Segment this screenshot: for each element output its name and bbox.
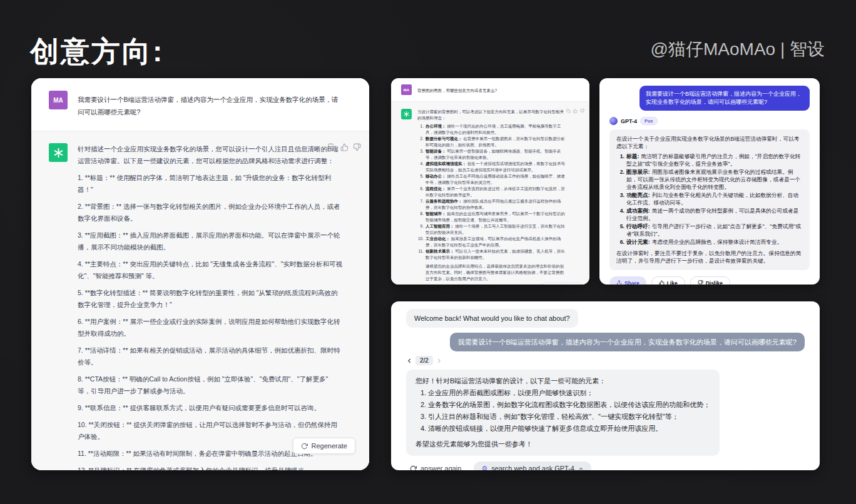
list-item: 3. 功能亮点:列出与业务数字化相关的几个关键功能，比如数据分析、自动化工作流、… xyxy=(616,191,803,206)
list-item: 3. **应用截图：** 插入应用的界面截图，展示应用的界面和功能。可以在弹窗中… xyxy=(78,229,343,253)
user-message: 我需要设计一个B端运营活动弹窗，描述内容为一个企业应用，实现业务数字化的场景，请… xyxy=(78,91,343,118)
assistant-message: 当设计弹窗的背景图时，可以考虑以下创意方向和元素，以展示与数字化转型相关的场景和… xyxy=(417,109,565,282)
list-item: 5. 移动办公： 描绘员工在不同地点使用移动设备工作的场景，如在咖啡厅、旅途中等… xyxy=(417,173,565,186)
user-message-bubble: 我需要设计一个B端运营活动弹窗，描述内容为一个企业应用，实现业务数字化的场景，请… xyxy=(450,333,805,351)
list-item: 8. 智能城市： 如果您的企业应用与城市发展有关，可以展示一个数字化转型后的智能… xyxy=(417,211,565,223)
list-item: 7. 云服务和远程协作： 描绘团队成员在不同地点通过云服务进行远程协作的场景，突… xyxy=(417,198,565,211)
thumbs-up-icon[interactable] xyxy=(340,143,349,151)
thumbs-down-icon xyxy=(698,280,703,285)
chevron-left-icon[interactable] xyxy=(406,358,412,364)
gear-icon: ⚙ xyxy=(481,465,487,471)
chatgpt-logo-icon xyxy=(49,143,68,162)
list-item: 3. 引人注目的标题和短语，例如"数字化管理，轻松高效"、"一键实现数字化转型"… xyxy=(420,411,710,422)
list-item: 2. **背景图：** 选择一张与数字化转型相关的图片，例如企业办公环境中工作的… xyxy=(78,201,343,224)
chevron-up-icon xyxy=(578,466,584,471)
copy-icon[interactable] xyxy=(328,143,336,151)
assistant-list: 1. 企业应用的界面截图或图标，以便用户能够快速识别；2. 业务数字化的场景图，… xyxy=(415,388,710,434)
chevron-right-icon[interactable] xyxy=(436,358,442,364)
thumbs-up-icon[interactable] xyxy=(573,109,578,113)
message-actions xyxy=(566,109,584,113)
pagination-counter: 2/2 xyxy=(415,356,433,365)
assistant-closing: 请根据您的企业品牌和应用特点，选择最能传达您想要表达的理念和价值的创意方向和元素… xyxy=(417,263,565,282)
refresh-icon xyxy=(301,443,308,450)
assistant-list: 1. 办公环境： 描绘一个现代化的办公环境，员工使用电脑、平板电脑等数字工具，强… xyxy=(417,123,565,261)
message-actions: Share Like Dislike xyxy=(609,276,810,285)
assistant-intro: 在设计一个关于企业应用实现业务数字化场景的B端运营活动弹窗时，可以考虑以下元素： xyxy=(616,135,803,150)
refresh-icon xyxy=(410,465,417,471)
list-item: 2. 图形展示:用图形或者图像来直观地展示业务数字化的过程或结果。例如，可以画一… xyxy=(616,168,803,191)
dislike-button[interactable]: Dislike xyxy=(690,276,730,285)
list-item: 2. 数据分析与可视化： 在背景中展示一组数据图表，突出数字化转型后数据分析和可… xyxy=(417,136,565,148)
like-label: Like xyxy=(667,280,678,285)
assistant-closing: 在设计弹窗时，要注意不要过于复杂，以免分散用户的注意力。保持信息的简洁明了，并引… xyxy=(616,249,803,265)
like-button[interactable]: Like xyxy=(651,276,685,285)
share-button[interactable]: Share xyxy=(609,276,646,285)
author-credit: @猫仔MAoMAo | 智设 xyxy=(651,38,825,61)
list-item: 6. 设计元素:考虑使用企业的品牌颜色，保持整体设计简洁而专业。 xyxy=(616,238,803,246)
share-label: Share xyxy=(624,280,639,285)
page-title: 创意方向: xyxy=(30,33,164,71)
model-name: GPT-4 xyxy=(621,118,637,124)
chat-conversation-bottom: Welcome back! What would you like to cha… xyxy=(391,301,820,470)
list-item: 4. 成功案例:简述一两个成功的数字化转型案例，可以是具体的公司或者是行业范例。 xyxy=(616,207,803,222)
thumbs-up-icon xyxy=(659,280,665,285)
user-message-bubble: 我需要设计一个B端运营活动弹窗，描述内容为一个企业应用，实现业务数字化的场景，请… xyxy=(639,86,810,111)
poe-conversation: 我需要设计一个B端运营活动弹窗，描述内容为一个企业应用，实现业务数字化的场景，请… xyxy=(599,78,820,285)
assistant-welcome-bubble: Welcome back! What would you like to cha… xyxy=(406,309,578,328)
list-item: 5. 行动呼吁:引导用户进行下一步行动，比如"点击了解更多"、"免费试用"或者"… xyxy=(616,223,803,238)
assistant-message-bubble: 您好！针对B端运营活动弹窗的设计，以下是一些可能的元素： 1. 企业应用的界面截… xyxy=(406,370,720,456)
assistant-intro: 您好！针对B端运营活动弹窗的设计，以下是一些可能的元素： xyxy=(415,376,710,386)
poe-badge[interactable]: Poe xyxy=(640,117,658,125)
regenerate-label: Regenerate xyxy=(312,442,348,450)
list-item: 10. 工业自动化： 如果涉及工业领域，可以展示自动化生产线或机器人操作的场景，… xyxy=(417,236,565,248)
assistant-list: 1. 标题:简洁明了的标题能够吸引用户的注意力，例如，"开启您的数字化转型之旅"… xyxy=(616,153,803,246)
list-item: 1. 企业应用的界面截图或图标，以便用户能够快速识别； xyxy=(420,388,710,398)
user-message: 背景图的画面，有哪些创意方向或者元素么? xyxy=(417,84,497,95)
list-item: 1. 办公环境： 描绘一个现代化的办公环境，员工使用电脑、平板电脑等数字工具，强… xyxy=(417,123,565,136)
user-avatar: MA xyxy=(401,84,412,95)
chatgpt-logo-icon xyxy=(401,109,412,119)
list-item: 2. 业务数字化的场景图，例如数字化流程图或数字化数据图表，以便传达该应用的功能… xyxy=(420,400,710,410)
assistant-intro: 针对描述一个企业应用实现业务数字化的场景，您可以设计一个引人注目且信息清晰的B端… xyxy=(78,143,343,167)
answer-again-label: answer again xyxy=(420,465,461,470)
copy-icon[interactable] xyxy=(566,109,571,113)
answer-again-button[interactable]: answer again xyxy=(406,464,465,470)
chat-footer: answer again ⚙ search web and ask GPT-4 xyxy=(406,461,805,470)
user-message-row: MA 背景图的画面，有哪些创意方向或者元素么? xyxy=(391,78,589,101)
thumbs-down-icon[interactable] xyxy=(353,143,361,151)
list-item: 11. 创新技术展示： 可以引入一些未来科技的元素，如虚拟键盘、无人机等，突出数… xyxy=(417,248,565,261)
regenerate-button[interactable]: Regenerate xyxy=(293,438,356,454)
share-icon xyxy=(616,280,622,285)
list-item: 5. **数字化转型描述：** 简要说明数字化转型的重要性，例如 "从繁琐的纸质… xyxy=(78,287,343,311)
list-item: 6. 流程优化： 展示一个业务流程的改进过程，从传统手工流程到数字化流程，突出数… xyxy=(417,186,565,198)
list-item: 4. 虚拟现实或增强现实： 创造一个虚拟现实或增强现实的场景，将数字化技术与实际… xyxy=(417,161,565,173)
list-item: 6. **用户案例：** 展示一些企业或行业的实际案例，说明应用是如何帮助他们实… xyxy=(78,316,343,340)
assistant-message: 在设计一个关于企业应用实现业务数字化场景的B端运营活动弹窗时，可以考虑以下元素：… xyxy=(609,129,810,270)
list-item: 1. 标题:简洁明了的标题能够吸引用户的注意力，例如，"开启您的数字化转型之旅"… xyxy=(616,153,803,168)
gpt4-avatar-icon xyxy=(609,117,618,125)
assistant-intro: 当设计弹窗的背景图时，可以考虑以下创意方向和元素，以展示与数字化转型相关的场景和… xyxy=(417,109,565,121)
list-item: 12. **品牌标识：** 在弹窗的角落或底部加入您的企业品牌标识，提升品牌曝光… xyxy=(78,465,343,470)
list-item: 7. **活动详情：** 如果有相关的促销或活动，展示活动的具体细节，例如优惠折… xyxy=(78,345,343,368)
list-item: 9. 人工智能应用： 描绘一个场景，员工与人工智能助手进行交互，突出数字化转型后… xyxy=(417,223,565,236)
list-item: 1. **标题：** 使用醒目的字体，简洁明了地表达主题，如 "升级您的业务：数… xyxy=(78,172,343,196)
thumbs-down-icon[interactable] xyxy=(580,109,584,113)
assistant-list: 1. **标题：** 使用醒目的字体，简洁明了地表达主题，如 "升级您的业务：数… xyxy=(78,172,343,470)
list-item: 9. **联系信息：** 提供客服联系方式，以便用户有疑问或需要更多信息时可以咨… xyxy=(78,402,343,414)
slide-canvas: 创意方向: @猫仔MAoMAo | 智设 MA 我需要设计一个B端运营活动弹窗，… xyxy=(0,0,856,504)
chatgpt-conversation-small: MA 背景图的画面，有哪些创意方向或者元素么? 当设计弹窗的背景图时，可以考虑以… xyxy=(391,78,589,285)
model-row: GPT-4 Poe xyxy=(609,117,810,125)
regenerate-button[interactable]: Regenerate xyxy=(543,283,582,285)
list-item: 4. 清晰的按钮或链接，以便用户能够快速了解更多信息或立即开始使用该应用。 xyxy=(420,423,710,434)
assistant-message-row: 针对描述一个企业应用实现业务数字化的场景，您可以设计一个引人注目且信息清晰的B端… xyxy=(31,131,369,470)
message-actions xyxy=(328,143,361,151)
list-item: 8. **CTA按钮：** 明确的Call to Action按钮，例如 "立即… xyxy=(78,373,343,397)
search-web-label: search web and ask GPT-4 xyxy=(491,465,574,470)
search-web-button[interactable]: ⚙ search web and ask GPT-4 xyxy=(474,461,591,470)
user-avatar: MA xyxy=(49,91,68,109)
assistant-message-row: 当设计弹窗的背景图时，可以考虑以下创意方向和元素，以展示与数字化转型相关的场景和… xyxy=(391,101,589,285)
chatgpt-conversation-large: MA 我需要设计一个B端运营活动弹窗，描述内容为一个企业应用，实现业务数字化的场… xyxy=(31,78,369,470)
user-message-row: MA 我需要设计一个B端运营活动弹窗，描述内容为一个企业应用，实现业务数字化的场… xyxy=(31,78,369,131)
assistant-closing: 希望这些元素能够为您提供一些参考！ xyxy=(415,439,710,450)
assistant-message: 针对描述一个企业应用实现业务数字化的场景，您可以设计一个引人注目且信息清晰的B端… xyxy=(78,143,343,470)
